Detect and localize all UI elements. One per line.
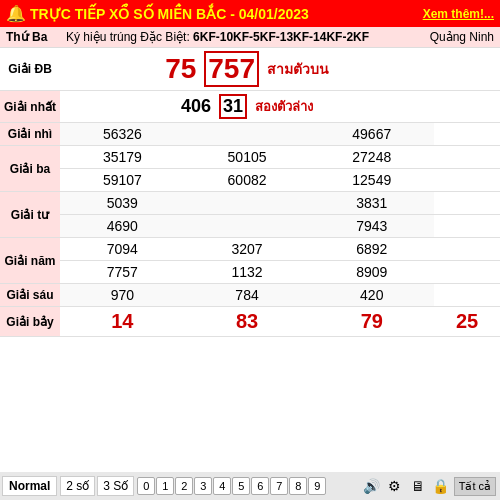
header-title: TRỰC TIẾP XỔ SỐ MIỀN BẮC - 04/01/2023: [30, 6, 309, 22]
db-number-highlighted: 757: [204, 51, 259, 87]
num-6[interactable]: 6: [251, 477, 269, 495]
seventh-label: Giải bảy: [0, 307, 60, 337]
bottom-bar: Normal 2 số 3 Số 0 1 2 3 4 5 6 7 8 9 🔊 ⚙…: [0, 472, 500, 500]
sixth-label: Giải sáu: [0, 284, 60, 307]
seventh-row: Giải bảy 14 83 79 25: [0, 307, 500, 337]
normal-label[interactable]: Normal: [2, 476, 57, 496]
fourth-r1-v1: 5039: [60, 192, 185, 215]
second-val-2: 49667: [309, 123, 434, 146]
num-1[interactable]: 1: [156, 477, 174, 495]
db-value-cell: 75757 สามตัวบน: [60, 48, 434, 91]
fourth-row-1: Giải tư 5039 3831: [0, 192, 500, 215]
province-label: Quảng Ninh: [430, 30, 494, 44]
fifth-row-2: 7757 1132 8909: [0, 261, 500, 284]
db-row: Giải ĐB 75757 สามตัวบน: [0, 48, 500, 91]
third-row-1: Giải ba 35179 50105 27248: [0, 146, 500, 169]
seventh-val-4: 25: [434, 307, 500, 337]
fourth-r2-v2: [185, 215, 310, 238]
num-4[interactable]: 4: [213, 477, 231, 495]
third-r1-v1: 35179: [60, 146, 185, 169]
db-annotation: สามตัวบน: [267, 58, 329, 80]
fifth-label: Giải năm: [0, 238, 60, 284]
monitor-icon[interactable]: 🖥: [408, 476, 428, 496]
num-5[interactable]: 5: [232, 477, 250, 495]
fourth-r2-v1: 4690: [60, 215, 185, 238]
special-values: Ký hiệu trúng Đặc Biệt: 6KF-10KF-5KF-13K…: [66, 30, 369, 44]
num-3[interactable]: 3: [194, 477, 212, 495]
special-row: Thứ Ba Ký hiệu trúng Đặc Biệt: 6KF-10KF-…: [0, 27, 500, 48]
second-val-1: 56326: [60, 123, 185, 146]
gear-icon[interactable]: ⚙: [385, 476, 405, 496]
header: 🔔 TRỰC TIẾP XỔ SỐ MIỀN BẮC - 04/01/2023 …: [0, 0, 500, 27]
bell-icon: 🔔: [6, 4, 26, 23]
third-r1-v3: 27248: [309, 146, 434, 169]
fourth-row-2: 4690 7943: [0, 215, 500, 238]
third-label: Giải ba: [0, 146, 60, 192]
seventh-val-1: 14: [60, 307, 185, 337]
sixth-val-1: 970: [60, 284, 185, 307]
num-2[interactable]: 2: [175, 477, 193, 495]
lottery-table: Giải ĐB 75757 สามตัวบน Giải nhất 40631 ส…: [0, 48, 500, 337]
fifth-row-1: Giải năm 7094 3207 6892: [0, 238, 500, 261]
db-label: Giải ĐB: [0, 48, 60, 91]
num-9[interactable]: 9: [308, 477, 326, 495]
db-number-prefix: 75: [165, 53, 196, 85]
first-annotation: สองตัวล่าง: [255, 96, 313, 117]
special-codes: 6KF-10KF-5KF-13KF-14KF-2KF: [193, 30, 369, 44]
third-r1-v2: 50105: [185, 146, 310, 169]
fifth-r2-v1: 7757: [60, 261, 185, 284]
seventh-val-2: 83: [185, 307, 310, 337]
num-0[interactable]: 0: [137, 477, 155, 495]
header-left: 🔔 TRỰC TIẾP XỔ SỐ MIỀN BẮC - 04/01/2023: [6, 4, 309, 23]
seventh-val-3: 79: [309, 307, 434, 337]
sixth-val-3: 420: [309, 284, 434, 307]
see-more-link[interactable]: Xem thêm!...: [423, 7, 494, 21]
bottom-numbers: 0 1 2 3 4 5 6 7 8 9: [137, 477, 326, 495]
special-prefix: Ký hiệu trúng Đặc Biệt:: [66, 30, 190, 44]
second-row: Giải nhì 56326 49667: [0, 123, 500, 146]
sixth-row: Giải sáu 970 784 420: [0, 284, 500, 307]
third-r2-v1: 59107: [60, 169, 185, 192]
second-label: Giải nhì: [0, 123, 60, 146]
num-7[interactable]: 7: [270, 477, 288, 495]
sound-icon[interactable]: 🔊: [362, 476, 382, 496]
special-day-label: Thứ Ba: [6, 30, 66, 44]
third-r2-v2: 60082: [185, 169, 310, 192]
fifth-r2-v3: 8909: [309, 261, 434, 284]
sixth-val-2: 784: [185, 284, 310, 307]
first-row: Giải nhất 40631 สองตัวล่าง: [0, 91, 500, 123]
first-label: Giải nhất: [0, 91, 60, 123]
tab-3so[interactable]: 3 Số: [97, 476, 134, 496]
fourth-r2-v3: 7943: [309, 215, 434, 238]
tatca-button[interactable]: Tất cả: [454, 477, 496, 496]
num-8[interactable]: 8: [289, 477, 307, 495]
third-r2-v3: 12549: [309, 169, 434, 192]
bottom-right: 🔊 ⚙ 🖥 🔒 Tất cả: [362, 476, 496, 496]
fifth-r1-v1: 7094: [60, 238, 185, 261]
tab-2so[interactable]: 2 số: [60, 476, 95, 496]
fourth-r1-v2: [185, 192, 310, 215]
third-row-2: 59107 60082 12549: [0, 169, 500, 192]
first-number-prefix: 406: [181, 96, 211, 117]
fifth-r1-v2: 3207: [185, 238, 310, 261]
first-value-cell: 40631 สองตัวล่าง: [60, 91, 434, 123]
fifth-r1-v3: 6892: [309, 238, 434, 261]
first-number-highlighted: 31: [219, 94, 247, 119]
fifth-r2-v2: 1132: [185, 261, 310, 284]
fourth-r1-v3: 3831: [309, 192, 434, 215]
lock-icon[interactable]: 🔒: [431, 476, 451, 496]
fourth-label: Giải tư: [0, 192, 60, 238]
